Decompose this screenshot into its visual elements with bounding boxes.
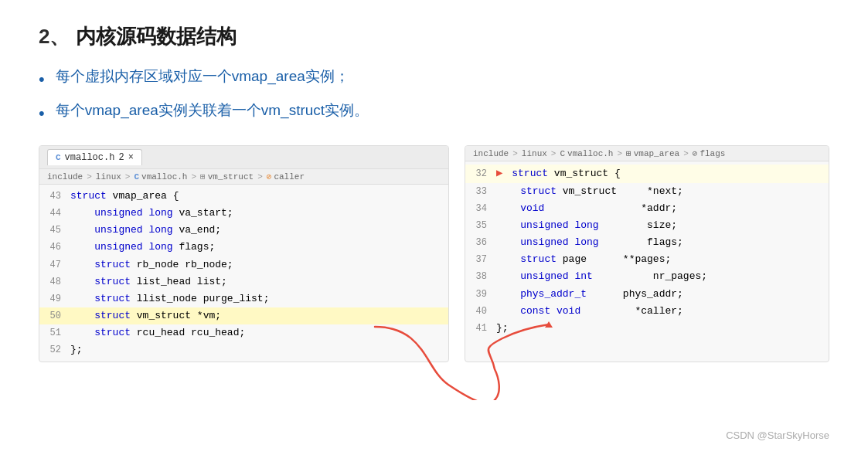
line-code: unsigned long va_end; [70, 222, 448, 238]
line-code: }; [496, 321, 829, 336]
line-number: 41 [465, 321, 496, 336]
line-number: 48 [39, 275, 70, 290]
code-line-38: 38 unsigned int nr_pages; [465, 268, 829, 285]
line-code: struct vmap_area { [70, 188, 448, 204]
code-line-41: 41 }; [465, 320, 829, 337]
sep: > [191, 172, 196, 182]
line-number: 52 [39, 343, 70, 358]
c-language-icon: C [56, 153, 61, 162]
code-line-47: 47 struct rb_node rb_node; [39, 256, 448, 273]
line-number: 33 [465, 185, 496, 199]
line-code: ▶ struct vm_struct { [496, 165, 829, 182]
breadcrumb-part: vmalloc.h [141, 172, 187, 182]
arrow-indicator: ▶ [496, 167, 502, 179]
breadcrumb-part: linux [522, 149, 547, 158]
code-line-44: 44 unsigned long va_start; [39, 205, 448, 222]
breadcrumb-part: vm_struct [208, 172, 254, 182]
slide-title: 2、 内核源码数据结构 [39, 23, 829, 50]
code-line-32: 32 ▶ struct vm_struct { [465, 165, 829, 183]
line-number: 34 [465, 202, 496, 216]
line-number: 37 [465, 253, 496, 267]
line-number: 45 [39, 223, 70, 238]
code-line-36: 36 unsigned long flags; [465, 234, 829, 251]
code-line-35: 35 unsigned long size; [465, 217, 829, 234]
code-line-48: 48 struct list_head list; [39, 273, 448, 290]
code-line-33: 33 struct vm_struct *next; [465, 183, 829, 200]
sep: > [512, 149, 518, 158]
func-icon: ⊘ [267, 171, 272, 182]
title-text: 内核源码数据结构 [76, 25, 237, 48]
code-line-34: 34 void *addr; [465, 200, 829, 217]
code-section: C vmalloc.h 2 × include > linux > C vmal… [39, 145, 829, 362]
tab-close[interactable]: × [128, 152, 134, 163]
breadcrumb-part: vmap_area [634, 149, 679, 158]
code-line-52: 52 }; [39, 341, 448, 358]
line-code: unsigned long va_start; [70, 205, 448, 221]
sep: > [87, 172, 92, 182]
code-panel-right: include > linux > C vmalloc.h > ⊞ vmap_a… [465, 145, 829, 362]
line-number: 50 [39, 309, 70, 324]
slide-container: 2、 内核源码数据结构 • 每个虚拟内存区域对应一个vmap_area实例； •… [0, 0, 868, 455]
breadcrumb-part: linux [96, 172, 121, 182]
right-breadcrumb: include > linux > C vmalloc.h > ⊞ vmap_a… [465, 146, 829, 161]
line-number: 49 [39, 292, 70, 307]
code-line-46: 46 unsigned long flags; [39, 239, 448, 256]
watermark: CSDN @StarSkyHorse [726, 430, 829, 441]
tab-number: 2 [118, 152, 124, 163]
bullet-list: • 每个虚拟内存区域对应一个vmap_area实例； • 每个vmap_area… [39, 66, 829, 126]
line-number: 36 [465, 236, 496, 250]
breadcrumb-part: caller [274, 172, 305, 182]
struct-icon: ⊞ [626, 148, 631, 158]
line-code: struct vm_struct *next; [496, 184, 829, 199]
tab-bar: C vmalloc.h 2 × [39, 146, 448, 169]
line-code: phys_addr_t phys_addr; [496, 287, 829, 302]
line-number: 43 [39, 189, 70, 204]
line-number: 40 [465, 304, 496, 319]
tab-filename: vmalloc.h [65, 152, 115, 163]
bullet-item-2: • 每个vmap_area实例关联着一个vm_struct实例。 [39, 100, 829, 126]
line-number: 35 [465, 219, 496, 233]
right-code-content: 32 ▶ struct vm_struct { 33 struct vm_str… [465, 161, 829, 340]
bullet-item-1: • 每个虚拟内存区域对应一个vmap_area实例； [39, 66, 829, 92]
line-code: struct page **pages; [496, 252, 829, 267]
sep: > [617, 149, 622, 158]
line-code: struct rcu_head rcu_head; [70, 325, 448, 341]
sep: > [683, 149, 689, 158]
breadcrumb-part: include [47, 172, 83, 182]
line-code: unsigned long flags; [496, 235, 829, 250]
line-number: 44 [39, 206, 70, 221]
code-tab[interactable]: C vmalloc.h 2 × [47, 149, 142, 165]
line-number: 38 [465, 270, 496, 284]
line-code: unsigned long flags; [70, 239, 448, 255]
line-code: struct rb_node rb_node; [70, 257, 448, 273]
sep: > [125, 172, 131, 182]
bullet-text-1: 每个虚拟内存区域对应一个vmap_area实例； [56, 66, 349, 88]
code-panel-left: C vmalloc.h 2 × include > linux > C vmal… [39, 145, 449, 362]
code-line-37: 37 struct page **pages; [465, 251, 829, 268]
line-code: unsigned int nr_pages; [496, 269, 829, 284]
left-code-content: 43 struct vmap_area { 44 unsigned long v… [39, 185, 448, 362]
code-line-50: 50 struct vm_struct *vm; [39, 307, 448, 324]
line-code: const void *caller; [496, 304, 829, 319]
line-code: }; [70, 342, 448, 358]
breadcrumb-part: vmalloc.h [567, 149, 613, 158]
bullet-dot-2: • [39, 100, 45, 126]
breadcrumb-part: include [473, 149, 509, 158]
line-code: struct list_head list; [70, 274, 448, 290]
line-number: 39 [465, 287, 496, 302]
line-code: unsigned long size; [496, 218, 829, 233]
code-line-45: 45 unsigned long va_end; [39, 222, 448, 239]
line-number: 32 [465, 167, 496, 182]
code-line-43: 43 struct vmap_area { [39, 188, 448, 205]
code-line-51: 51 struct rcu_head rcu_head; [39, 324, 448, 341]
code-line-40: 40 const void *caller; [465, 303, 829, 320]
code-line-49: 49 struct llist_node purge_list; [39, 290, 448, 307]
line-number: 47 [39, 258, 70, 273]
code-line-39: 39 phys_addr_t phys_addr; [465, 286, 829, 303]
line-number: 46 [39, 240, 70, 255]
line-code: void *addr; [496, 201, 829, 216]
func-icon: ⊘ [693, 148, 698, 158]
sep: > [551, 149, 557, 158]
c-icon-small: C [560, 149, 565, 158]
left-breadcrumb: include > linux > C vmalloc.h > ⊞ vm_str… [39, 169, 448, 185]
